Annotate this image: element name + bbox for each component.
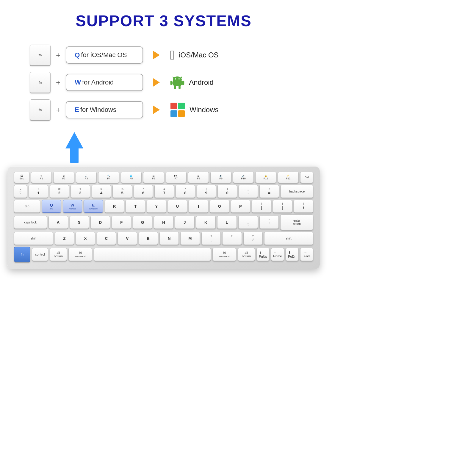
blue-arrow-up-group	[65, 132, 83, 163]
key-g[interactable]: G	[133, 216, 152, 229]
key-2[interactable]: @2	[50, 185, 69, 198]
key-shift-right[interactable]: shift	[264, 232, 313, 245]
key-x[interactable]: X	[76, 232, 95, 245]
fn-key-android: fn	[30, 72, 51, 93]
key-f5[interactable]: 🌐 F5	[121, 172, 142, 183]
key-j[interactable]: J	[175, 216, 195, 229]
key-fn-bottom[interactable]: fn	[14, 247, 30, 262]
key-9[interactable]: (9	[197, 185, 216, 198]
key-t[interactable]: T	[126, 200, 145, 213]
key-6[interactable]: ^6	[134, 185, 153, 198]
key-spacebar[interactable]	[94, 248, 211, 261]
key-5[interactable]: %5	[112, 185, 132, 198]
key-f6[interactable]: ⏮ F6	[143, 172, 164, 183]
key-r[interactable]: R	[105, 200, 124, 213]
fn-key-windows: fn	[30, 99, 51, 120]
key-a[interactable]: A	[48, 216, 68, 229]
key-f8[interactable]: ⏭ F8	[188, 172, 209, 183]
key-e[interactable]: E Windows	[84, 200, 103, 213]
key-slash[interactable]: ?/	[243, 232, 263, 245]
key-m[interactable]: M	[180, 232, 200, 245]
key-k[interactable]: K	[196, 216, 216, 229]
key-y[interactable]: Y	[147, 200, 166, 213]
key-command-left[interactable]: ⌘command	[68, 248, 92, 261]
key-c[interactable]: C	[97, 232, 116, 245]
key-pgdn[interactable]: ⬇PgDn	[286, 248, 299, 261]
key-command-right[interactable]: ⌘command	[212, 248, 236, 261]
key-f11[interactable]: 🔒 F11	[255, 172, 276, 183]
android-icon	[170, 75, 185, 90]
key-del[interactable]: Del	[300, 172, 313, 183]
key-f2[interactable]: 🖥 F2	[53, 172, 74, 183]
key-combo-ios: Q for iOS/Mac OS	[66, 46, 143, 64]
key-f9[interactable]: 🔉 F9	[210, 172, 231, 183]
key-f3[interactable]: 🎵 F3	[76, 172, 97, 183]
key-backtick[interactable]: ~\`	[14, 185, 27, 198]
key-i[interactable]: I	[189, 200, 208, 213]
key-f1[interactable]: ⚙ F1	[31, 172, 52, 183]
windows-icon	[170, 102, 185, 118]
key-equals[interactable]: +=	[259, 185, 279, 198]
key-alt-right[interactable]: altoption	[238, 248, 255, 261]
page-title: SUPPORT 3 SYSTEMS	[76, 12, 252, 30]
key-8[interactable]: *8	[176, 185, 195, 198]
key-backslash[interactable]: |\	[294, 200, 313, 213]
key-w[interactable]: W Android	[63, 200, 82, 213]
bottom-row: fn control altoption ⌘command ⌘command a…	[14, 247, 313, 262]
apple-icon: 	[170, 48, 175, 62]
key-esc[interactable]: 🔲 Esc	[14, 172, 29, 183]
plus-sign-ios: +	[56, 51, 60, 60]
key-tab[interactable]: tab	[14, 200, 40, 213]
key-f4[interactable]: 🔍 F4	[98, 172, 119, 183]
key-control[interactable]: control	[32, 248, 48, 261]
key-o[interactable]: O	[210, 200, 229, 213]
key-rbrace[interactable]: }]	[273, 200, 292, 213]
key-capslock[interactable]: caps lock	[14, 216, 47, 229]
fn-row: 🔲 Esc ⚙ F1 🖥 F2 🎵 F3 🔍 F4 🌐 F5	[14, 172, 313, 183]
svg-rect-13	[178, 110, 185, 117]
key-p[interactable]: P	[231, 200, 250, 213]
key-minus[interactable]: _-	[239, 185, 258, 198]
key-home[interactable]: ←Home	[271, 248, 284, 261]
key-d[interactable]: D	[90, 216, 110, 229]
key-combo-android: W for Android	[66, 74, 143, 91]
key-f[interactable]: F	[112, 216, 131, 229]
key-f10[interactable]: 🔊 F10	[233, 172, 254, 183]
key-u[interactable]: U	[168, 200, 187, 213]
key-semicolon[interactable]: :;	[238, 216, 258, 229]
shortcut-row-android: fn + W for Android	[30, 72, 298, 93]
key-comma[interactable]: <,	[201, 232, 221, 245]
key-f12[interactable]: ⚡ F12	[278, 172, 299, 183]
keyboard-rows: 🔲 Esc ⚙ F1 🖥 F2 🎵 F3 🔍 F4 🌐 F5	[14, 172, 313, 262]
qwerty-row: tab Q iOS W Android E Windows R T Y U I …	[14, 200, 313, 213]
key-period[interactable]: >.	[222, 232, 242, 245]
key-quote[interactable]: "'	[259, 216, 279, 229]
key-desc-ios: for iOS/Mac OS	[81, 51, 127, 59]
blue-arrow-container	[30, 132, 298, 163]
key-f7[interactable]: ▶⏸ F7	[166, 172, 187, 183]
key-lbrace[interactable]: {[	[252, 200, 271, 213]
shortcut-row-ios: fn + Q for iOS/Mac OS  iOS/Mac OS	[30, 45, 298, 65]
key-l[interactable]: L	[217, 216, 237, 229]
key-n[interactable]: N	[159, 232, 179, 245]
key-z[interactable]: Z	[55, 232, 74, 245]
key-1[interactable]: !1	[29, 185, 48, 198]
key-enter[interactable]: enter return	[280, 214, 313, 230]
key-4[interactable]: $4	[92, 185, 111, 198]
key-shift-left[interactable]: shift	[14, 232, 53, 245]
key-h[interactable]: H	[154, 216, 173, 229]
key-alt-left[interactable]: altoption	[50, 248, 67, 261]
key-desc-windows: for Windows	[80, 106, 116, 114]
key-0[interactable]: )0	[217, 185, 237, 198]
key-v[interactable]: V	[118, 232, 137, 245]
key-backspace[interactable]: backspace	[281, 185, 313, 198]
key-3[interactable]: #3	[71, 185, 90, 198]
key-end[interactable]: →End	[300, 248, 313, 261]
arrow-icon-windows	[153, 106, 160, 114]
key-s[interactable]: S	[70, 216, 89, 229]
key-pgup[interactable]: ⬆PgUp	[256, 248, 270, 261]
key-b[interactable]: B	[139, 232, 158, 245]
key-7[interactable]: &7	[154, 185, 174, 198]
key-q[interactable]: Q iOS	[42, 200, 61, 213]
svg-rect-6	[170, 81, 173, 85]
